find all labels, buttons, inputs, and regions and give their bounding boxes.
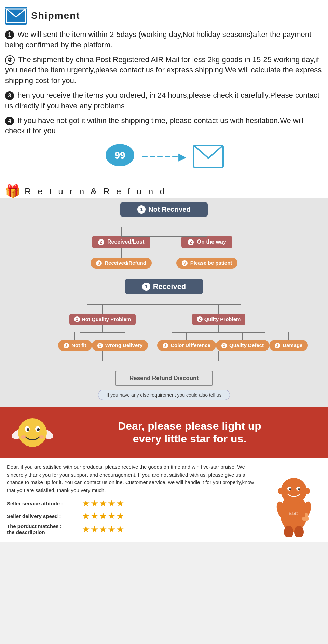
q-num: 2 [197,316,203,322]
svg-point-25 [303,488,310,494]
not-quality-node: 2 Not Quality Problem [69,314,136,325]
smiley-mascot [10,414,55,451]
received-refund-num: 3 [96,260,102,266]
color-difference-node: 3 Color Difference [157,340,216,351]
please-be-patient-node: 3 Please be patient [176,258,238,269]
chat-bubble-icon: 99 [105,143,135,170]
review-label-2: Seller delivery speed : [7,513,82,519]
review-row-2: Seller delivery speed : ★★★★★ [7,511,263,521]
svg-point-16 [20,435,26,439]
v-line-right-1 [207,227,207,236]
v-line-received [164,294,164,304]
received-refund-node: 3 Received/Refund [91,258,152,269]
resend-refund-node: Resend Refund Discount [115,371,213,386]
flowchart-section: 1 Not Recrived 2 Received/Lost 3 R [0,198,328,407]
vl-q-2 [218,325,219,332]
v-line-1 [164,217,164,227]
quality-branch: 2 Qulity Problem 3 Color Difference [157,304,280,361]
color-diff-branch: 3 Color Difference [157,332,216,351]
dashed-arrow: ▶ [142,152,186,162]
received-branches: 2 Not Quality Problem 3 Not fit [48,304,280,361]
shipment-point1: 1 We will sent the item within 2-5days (… [5,29,323,51]
envelope-icon [193,145,224,169]
vl-nf [74,332,75,340]
not-received-node: 1 Not Recrived [120,202,207,217]
bottom-h-left [48,366,164,366]
not-quality-branch: 2 Not Quality Problem 3 Not fit [48,304,157,361]
right-branch-1: 2 On the way 3 Please be patient [164,227,249,269]
h-q-children [172,332,265,333]
return-title-text: R e t u r n & R e f u n d [25,186,167,197]
received-flow: 1 Received 2 Not Quality Problem [7,279,321,400]
gift-icon: 🎁 [5,184,20,198]
qd-num: 3 [221,343,227,348]
svg-point-11 [18,418,47,447]
shipment-title-text: Shipment [31,10,80,21]
svg-rect-29 [305,513,308,518]
dmg-num: 3 [275,343,280,348]
review-label-1: Seller service attitude : [7,501,82,506]
quality-defect-node: 3 Quality Defect [216,340,269,351]
review-row-3: The porduct matches :the descriiption ★★… [7,523,263,535]
wrong-delivery-node: 3 Wrong Delivery [92,340,148,351]
vl-nq-2 [102,325,103,332]
nf-num: 3 [64,343,69,348]
quality-defect-branch: 3 Quality Defect [216,332,269,351]
shipment-section: Shipment 1 We will sent the item within … [0,0,328,181]
flowchart-note: If you have any else requirement you cou… [98,390,230,400]
point1-num: 1 [5,30,14,39]
vl-cd [186,332,187,340]
left-branch-1: 2 Received/Lost 3 Received/Refund [79,227,164,269]
received-lost-node: 2 Received/Lost [92,236,151,248]
h-branch-1 [121,236,207,237]
review-stars-2: ★★★★★ [82,511,125,521]
h-branch-received [87,304,241,305]
svg-point-24 [278,488,285,494]
wrong-delivery-branch: 3 Wrong Delivery [92,332,148,351]
cd-num: 3 [163,343,168,348]
not-fit-node: 3 Not fit [58,340,92,351]
arrow-right-icon: ▶ [178,152,186,162]
received-num: 1 [142,283,150,291]
star-section: Dear, please please light up every littl… [0,407,328,458]
vl-q-1 [218,304,219,314]
svg-point-23 [298,488,300,490]
svg-text:99: 99 [114,150,125,161]
quality-node: 2 Qulity Problem [192,314,246,325]
not-received-flow: 1 Not Recrived 2 Received/Lost 3 R [7,202,321,269]
point3-num: 3 [5,91,14,100]
vl-qd [242,332,243,340]
not-fit-branch: 3 Not fit [58,332,92,351]
shipment-point4: 4 If you have not got it within the ship… [5,115,323,137]
v-line-right-2 [207,248,207,258]
svg-point-14 [27,428,29,431]
svg-point-17 [39,435,44,439]
svg-text:tob20: tob20 [289,512,299,516]
received-node: 1 Received [125,279,203,294]
return-section: 🎁 R e t u r n & R e f u n d [0,181,328,198]
v-line-left-2 [121,248,122,258]
received-lost-num: 2 [98,239,104,245]
shipment-title: Shipment [5,7,323,25]
on-the-way-node: 2 On the way [181,236,232,248]
review-section: Dear, if you are satisfied with our prod… [0,458,328,542]
svg-point-19 [281,478,307,504]
h-nq-children [80,332,125,333]
svg-rect-0 [5,7,27,25]
review-text: Dear, if you are satisfied with our prod… [7,463,263,537]
damage-branch: 3 Damage [269,332,308,351]
review-intro: Dear, if you are satisfied with our prod… [7,463,263,494]
review-label-3: The porduct matches :the descriiption [7,523,82,535]
point2-num: ② [5,55,15,65]
bottom-h-right [164,366,280,366]
branch-container-1: 2 Received/Lost 3 Received/Refund [79,227,249,269]
vl-wd [120,332,120,340]
review-stars-3: ★★★★★ [82,524,125,535]
vl-nq-1 [102,304,103,314]
nq-children: 3 Not fit 3 Wrong Delivery [58,332,147,351]
svg-point-15 [37,428,40,431]
vl-nq-bottom [102,351,103,361]
not-received-num: 1 [137,205,146,214]
on-the-way-num: 2 [188,239,194,245]
v-line-left-1 [121,227,122,236]
